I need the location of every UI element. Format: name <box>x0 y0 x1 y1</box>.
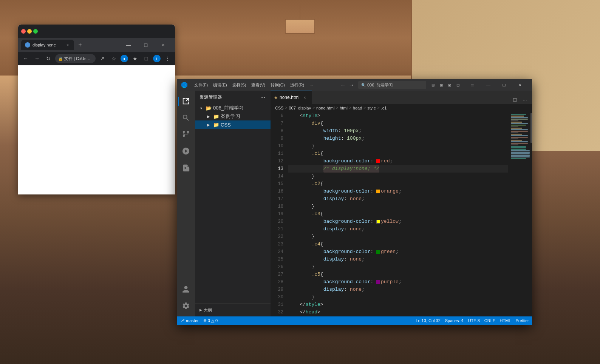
browser-reload-btn[interactable]: ↻ <box>44 54 53 63</box>
activity-account[interactable] <box>178 282 193 297</box>
vscode-nav-forward[interactable]: → <box>348 81 355 89</box>
menu-more[interactable]: ··· <box>307 82 315 88</box>
minimap-line <box>511 149 526 150</box>
vscode-search-bar[interactable]: 🔍 006_前端学习 <box>358 81 426 89</box>
minimap-line <box>511 146 526 147</box>
code-token <box>288 218 323 225</box>
sidebar-more-btn[interactable]: ··· <box>260 94 266 100</box>
code-token: ; <box>399 188 402 195</box>
minimap-line <box>511 144 518 145</box>
browser-max-btn[interactable] <box>33 29 38 34</box>
browser-address-bar[interactable]: 🔒 文件 | C:/Users/kinghtxg/Desktop/学习文档笔记/… <box>55 54 96 63</box>
vscode-window: 文件(F) 编辑(E) 选择(S) 查看(V) 转到(G) 运行(R) ··· … <box>177 79 532 325</box>
menu-goto[interactable]: 转到(G) <box>268 82 287 89</box>
browser-window-close[interactable]: × <box>155 39 172 51</box>
activity-extensions[interactable] <box>178 160 193 175</box>
code-line-23: .c4{ <box>288 241 508 248</box>
vscode-layout-buttons: ⊟ ⊞ ⊠ ⊡ <box>429 81 462 89</box>
browser-tab-active[interactable]: display none × <box>21 40 74 50</box>
code-line-14: } <box>288 173 508 180</box>
minimap-line <box>511 119 528 120</box>
code-token: style <box>303 112 317 120</box>
line-num-31: 31 <box>271 301 283 308</box>
menu-edit[interactable]: 编辑(E) <box>211 82 229 89</box>
browser-new-tab[interactable]: + <box>76 40 85 49</box>
minimap-line <box>511 126 518 127</box>
browser-menu-btn[interactable]: ⋮ <box>163 54 172 63</box>
browser-forward-btn[interactable]: → <box>32 54 42 63</box>
layout-btn-1[interactable]: ⊟ <box>429 81 437 89</box>
status-eol: CRLF <box>484 318 495 323</box>
code-token <box>288 248 323 256</box>
activity-settings[interactable] <box>178 298 193 313</box>
line-num-15: 15 <box>271 180 283 188</box>
sidebar-outline-item[interactable]: ▶ 大纲 <box>199 307 212 313</box>
editor-tab-none-html[interactable]: ◈ none.html × <box>271 91 312 104</box>
layout-btn-3[interactable]: ⊠ <box>446 81 453 89</box>
menu-run[interactable]: 运行(R) <box>288 82 306 89</box>
browser-bookmark-btn[interactable]: ☆ <box>109 54 118 63</box>
sidebar-root-folder[interactable]: ▾ 📂 006_前端学习 <box>195 104 271 112</box>
minimap-line <box>511 152 530 153</box>
browser-sidebar-btn[interactable]: □ <box>142 54 151 63</box>
more-actions-btn[interactable]: ··· <box>521 96 529 104</box>
menu-view[interactable]: 查看(V) <box>249 82 268 89</box>
menu-select[interactable]: 选择(S) <box>230 82 249 89</box>
activity-search[interactable] <box>178 110 193 125</box>
line-num-24: 24 <box>271 248 283 256</box>
browser-min-btn[interactable] <box>27 29 32 34</box>
color-swatch-green <box>376 250 380 254</box>
activity-run-debug[interactable] <box>178 143 193 159</box>
breadcrumb-c1[interactable]: .c1 <box>381 106 387 110</box>
line-num-14: 14 <box>271 173 283 180</box>
code-token: { <box>320 271 323 278</box>
browser-share-btn[interactable]: ↗ <box>98 54 107 63</box>
breadcrumb-html[interactable]: html <box>340 106 348 110</box>
browser-back-btn[interactable]: ← <box>21 54 30 63</box>
code-token: : <box>370 188 376 195</box>
code-token: : <box>341 135 347 142</box>
activity-source-control[interactable] <box>178 127 193 142</box>
vscode-minimize[interactable]: — <box>481 80 496 90</box>
vscode-nav-back[interactable]: ← <box>339 81 347 89</box>
sidebar-title: 资源管理器 <box>199 94 222 100</box>
code-token <box>288 188 323 195</box>
sidebar-child-folder1[interactable]: ▶ 📁 案例学习 <box>195 112 271 120</box>
breadcrumb-007display[interactable]: 007_display <box>289 106 311 110</box>
vscode-body: 资源管理器 ··· ▾ 📂 006_前端学习 ▶ 📁 案例学习 <box>177 91 532 316</box>
browser-tab-close[interactable]: × <box>65 42 70 48</box>
layout-btn-2[interactable]: ⊞ <box>438 81 445 89</box>
browser-close-btn[interactable] <box>21 29 26 34</box>
activity-explorer[interactable] <box>178 94 193 109</box>
code-token: ; <box>399 278 402 286</box>
sidebar-child-folder2[interactable]: ▶ 📁 CSS <box>195 120 271 129</box>
breadcrumb-css[interactable]: CSS <box>275 106 284 110</box>
minimap-line <box>511 125 526 126</box>
split-editor-btn[interactable]: ⊟ <box>511 96 519 104</box>
code-token: } <box>311 173 314 180</box>
code-token: { <box>320 210 323 218</box>
browser-ext-btn[interactable]: ★ <box>130 54 139 63</box>
browser-info-btn[interactable]: i <box>153 55 161 62</box>
line-num-16: 16 <box>271 188 283 195</box>
layout-btn-4[interactable]: ⊡ <box>454 81 462 89</box>
menu-file[interactable]: 文件(F) <box>192 82 210 89</box>
breadcrumb-head[interactable]: head <box>353 106 362 110</box>
vscode-sidebar-toggle[interactable]: ≡ <box>465 80 480 90</box>
code-token: ; <box>362 195 365 203</box>
tab-close-btn[interactable]: × <box>302 94 308 100</box>
editor-area: ◈ none.html × ⊟ ··· CSS > 007_display > … <box>271 91 532 316</box>
browser-profile-btn[interactable]: ● <box>121 55 128 62</box>
vscode-maximize[interactable]: □ <box>496 80 512 90</box>
browser-address-icon: 🔒 <box>58 57 63 61</box>
code-token: 100px <box>344 127 359 135</box>
browser-window-maximize[interactable]: □ <box>137 39 155 51</box>
vscode-close[interactable]: × <box>512 80 527 90</box>
status-errors: ⊗ 0 △ 0 <box>203 318 218 323</box>
code-line-29: display: none; <box>288 286 508 293</box>
browser-tab-bar: display none × + — □ × <box>18 38 175 52</box>
browser-window-minimize[interactable]: — <box>120 39 137 51</box>
breadcrumb-style[interactable]: style <box>367 106 376 110</box>
code-line-6: <style> <box>288 112 508 120</box>
breadcrumb-nonehtml[interactable]: none.html <box>316 106 334 110</box>
